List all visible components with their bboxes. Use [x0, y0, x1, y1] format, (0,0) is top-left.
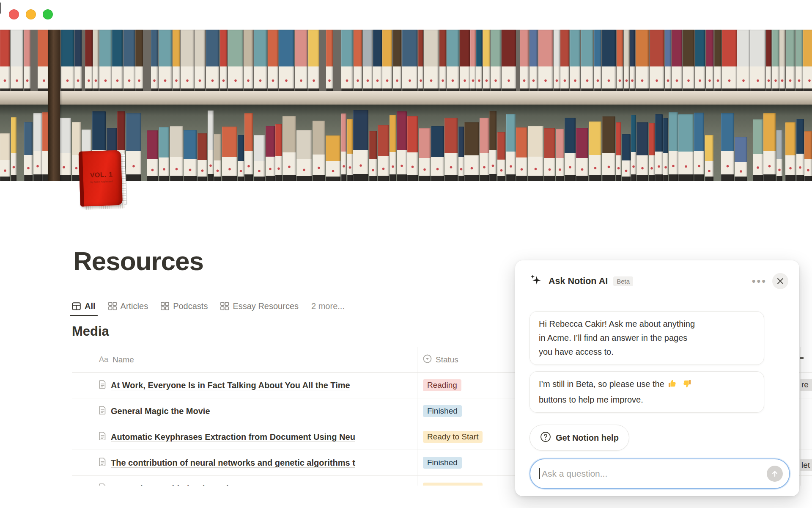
close-window-button[interactable] — [9, 9, 19, 19]
status-badge: Ready to Start — [423, 431, 483, 443]
page-link[interactable]: Automatic Keyphrases Extraction from Doc… — [111, 432, 355, 442]
table-view-icon — [72, 302, 81, 310]
tab-essay-resources-label: Essay Resources — [233, 301, 299, 311]
ai-panel-header: Ask Notion AI Beta ••• — [529, 273, 788, 289]
gallery-view-icon — [161, 302, 169, 310]
send-question-button[interactable] — [767, 466, 783, 482]
book-cover-title: VOL. 1 — [84, 171, 118, 179]
page-icon-closed-book-emoji[interactable]: VOL. 1 by Abbie Appleseed — [79, 150, 128, 210]
status-property-icon — [423, 354, 432, 365]
close-panel-button[interactable] — [772, 273, 788, 289]
screen-edge-artifact — [0, 3, 1, 14]
tab-articles-label: Articles — [121, 301, 148, 311]
name-cell[interactable]: General Magic the Movie — [72, 406, 417, 416]
gallery-view-icon — [220, 302, 229, 310]
ai-message-text: buttons to help me improve. — [539, 395, 643, 404]
get-notion-help-button[interactable]: Get Notion help — [529, 425, 629, 451]
tab-essay-resources[interactable]: Essay Resources — [220, 296, 299, 316]
ai-message: I’m still in Beta, so please use the but… — [529, 371, 764, 413]
more-options-icon[interactable]: ••• — [752, 279, 767, 283]
page-document-icon — [99, 483, 106, 486]
tab-articles[interactable]: Articles — [108, 296, 148, 316]
text-property-icon: Aa — [99, 355, 108, 364]
beta-badge: Beta — [613, 276, 633, 286]
ask-question-input[interactable] — [541, 468, 767, 479]
name-cell[interactable]: At Work, Everyone Is in Fact Talking Abo… — [72, 380, 417, 390]
page-link[interactable]: At Work, Everyone Is in Fact Talking Abo… — [111, 381, 350, 390]
more-views-button[interactable]: 2 more... — [311, 301, 345, 311]
status-cell[interactable]: Finished — [417, 405, 515, 417]
name-column-label: Name — [112, 355, 134, 364]
hidden-column-tag-fragment: let — [800, 459, 812, 471]
page-document-icon — [99, 380, 106, 390]
thumbs-down-emoji — [682, 378, 692, 393]
question-mark-icon — [540, 431, 551, 444]
ask-notion-ai-panel: Ask Notion AI Beta ••• Hi Rebecca Cakir!… — [515, 260, 799, 496]
ai-sparkle-icon — [529, 273, 543, 289]
ai-message-text: I’m still in Beta, so please use the — [539, 379, 664, 389]
ai-message: Hi Rebecca Cakir! Ask me about anything … — [529, 311, 764, 365]
column-header-status[interactable]: Status — [417, 354, 515, 365]
window-titlebar — [0, 0, 812, 30]
page-document-icon — [99, 432, 106, 442]
page-document-icon — [99, 406, 106, 416]
status-cell[interactable]: Ready to Start — [417, 431, 515, 443]
minimize-window-button[interactable] — [26, 9, 36, 19]
database-title: Media — [72, 324, 109, 339]
name-cell[interactable]: A Tax That Could Fix Big Tech — [72, 483, 417, 486]
column-header-name[interactable]: Aa Name — [72, 355, 417, 364]
status-cell[interactable]: Reading — [417, 379, 515, 391]
status-cell[interactable]: Finished — [417, 457, 515, 469]
hidden-column-tag-fragment: re — [800, 379, 812, 391]
status-badge: Finished — [423, 457, 462, 469]
tab-all[interactable]: All — [72, 296, 96, 316]
get-notion-help-label: Get Notion help — [556, 433, 619, 443]
bookcase-divider — [48, 30, 60, 181]
page-link[interactable]: General Magic the Movie — [111, 406, 210, 416]
status-badge: Reading — [423, 379, 461, 391]
status-column-label: Status — [436, 355, 458, 364]
notion-window: { "colors": { "traffic_red": "#F1605B", … — [0, 0, 812, 508]
tab-all-label: All — [85, 301, 96, 311]
page-title: Resources — [73, 246, 203, 276]
status-badge: Ready to Start — [423, 483, 483, 486]
shelf-board — [0, 91, 812, 105]
thumbs-up-emoji — [667, 378, 678, 393]
tab-podcasts[interactable]: Podcasts — [161, 296, 208, 316]
text-cursor — [539, 468, 540, 479]
view-tabs: All Articles Podcasts Essay Resources 2 … — [72, 296, 515, 316]
ask-question-inputbox[interactable] — [529, 458, 790, 489]
zoom-window-button[interactable] — [43, 9, 53, 19]
status-cell[interactable]: Ready to Start — [417, 483, 515, 486]
ai-panel-title: Ask Notion AI — [549, 276, 608, 287]
name-cell[interactable]: Automatic Keyphrases Extraction from Doc… — [72, 432, 417, 442]
page-document-icon — [99, 458, 106, 468]
status-badge: Finished — [423, 405, 462, 417]
gallery-view-icon — [108, 302, 117, 310]
page-link[interactable]: The contribution of neural networks and … — [111, 458, 355, 468]
tab-podcasts-label: Podcasts — [173, 301, 208, 311]
hidden-column-header-fragment — [800, 357, 804, 359]
bookshelf-top-row — [0, 30, 812, 91]
name-cell[interactable]: The contribution of neural networks and … — [72, 458, 417, 468]
page-link[interactable]: A Tax That Could Fix Big Tech — [111, 484, 231, 486]
